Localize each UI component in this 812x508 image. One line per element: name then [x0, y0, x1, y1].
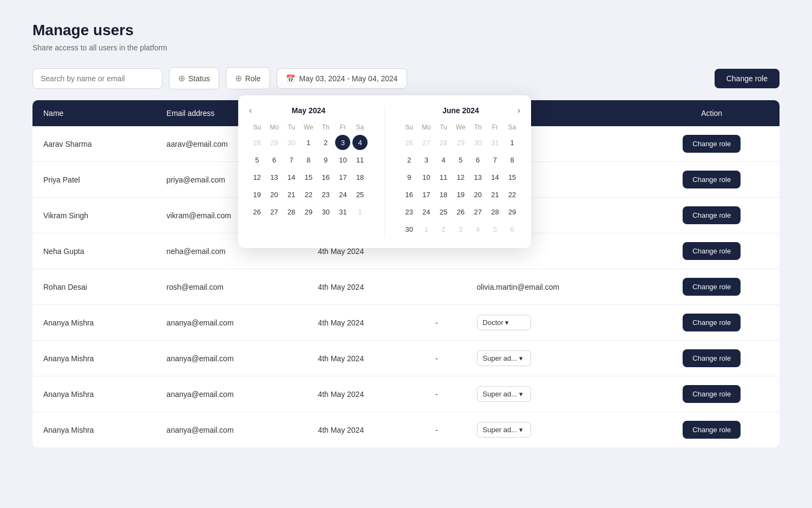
cal-day[interactable]: 6 — [505, 222, 520, 237]
calendar-popup: ‹ May 2024 SuMoTuWeThFrSa282930123456789… — [238, 95, 531, 248]
role-dropdown[interactable]: Super ad... ▾ — [477, 386, 531, 402]
role-dropdown[interactable]: Doctor ▾ — [477, 315, 531, 330]
cal-day[interactable]: 23 — [318, 187, 333, 202]
cal-day[interactable]: 27 — [470, 204, 486, 219]
cal-day[interactable]: 29 — [505, 204, 520, 219]
cal-day[interactable]: 22 — [301, 187, 316, 202]
cal-day[interactable]: 25 — [352, 187, 368, 202]
role-dropdown[interactable]: Super ad... ▾ — [477, 350, 531, 366]
cal-day[interactable]: 11 — [352, 152, 368, 167]
cal-day[interactable]: 17 — [419, 187, 434, 202]
cal-day[interactable]: 28 — [436, 135, 451, 150]
role-dropdown[interactable]: Super ad... ▾ — [477, 422, 531, 438]
cal-day[interactable]: 31 — [335, 204, 350, 219]
cal-day[interactable]: 14 — [284, 170, 299, 185]
cal-day[interactable]: 14 — [487, 170, 502, 185]
cal-day[interactable]: 17 — [335, 170, 350, 185]
cal-day[interactable]: 24 — [335, 187, 350, 202]
change-role-button[interactable]: Change role — [683, 171, 741, 188]
cal-day[interactable]: 26 — [402, 135, 417, 150]
date-range-button[interactable]: 📅 May 03, 2024 - May 04, 2024 — [277, 68, 407, 89]
cal-day[interactable]: 20 — [470, 187, 486, 202]
cal-day[interactable]: 5 — [453, 152, 468, 167]
cal-day[interactable]: 30 — [402, 222, 417, 237]
cal-day[interactable]: 27 — [419, 135, 434, 150]
cal-day[interactable]: 13 — [267, 170, 282, 185]
cal-day[interactable]: 27 — [267, 204, 282, 219]
cal-day[interactable]: 12 — [453, 170, 468, 185]
cal-day[interactable]: 3 — [453, 222, 468, 237]
status-filter-button[interactable]: ⊕ Status — [169, 67, 219, 89]
cal-day[interactable]: 2 — [318, 135, 333, 150]
cal-day[interactable]: 1 — [419, 222, 434, 237]
cal-day[interactable]: 5 — [250, 152, 265, 167]
cal-day[interactable]: 26 — [250, 204, 265, 219]
change-role-button[interactable]: Change role — [683, 135, 741, 153]
cal-day[interactable]: 29 — [453, 135, 468, 150]
cal-day[interactable]: 12 — [250, 170, 265, 185]
cal-day[interactable]: 15 — [301, 170, 316, 185]
cell-email: ananya@email.com — [156, 305, 307, 341]
search-input[interactable] — [32, 68, 162, 89]
change-role-button[interactable]: Change role — [683, 242, 741, 260]
cal-day[interactable]: 25 — [436, 204, 451, 219]
cal-day[interactable]: 16 — [402, 187, 417, 202]
change-role-button[interactable]: Change role — [683, 206, 741, 224]
cal-day[interactable]: 23 — [402, 204, 417, 219]
cal-day[interactable]: 19 — [250, 187, 265, 202]
cal-day[interactable]: 8 — [505, 152, 520, 167]
change-role-button[interactable]: Change role — [683, 314, 741, 331]
cal-day[interactable]: 9 — [318, 152, 333, 167]
role-filter-button[interactable]: ⊕ Role — [226, 67, 270, 89]
cal-day[interactable]: 4 — [436, 152, 451, 167]
cal-day-header: Sa — [352, 121, 368, 133]
cal-day[interactable]: 30 — [284, 135, 299, 150]
cal-day[interactable]: 22 — [505, 187, 520, 202]
change-role-button[interactable]: Change role — [683, 385, 741, 403]
cal-day[interactable]: 28 — [487, 204, 502, 219]
cal-day[interactable]: 28 — [284, 204, 299, 219]
cal-day[interactable]: 1 — [505, 135, 520, 150]
cal-day[interactable]: 10 — [335, 152, 350, 167]
cal-day[interactable]: 30 — [318, 204, 333, 219]
cal-day[interactable]: 7 — [284, 152, 299, 167]
cal-day[interactable]: 28 — [250, 135, 265, 150]
cal-day[interactable]: 4 — [470, 222, 486, 237]
cal-day[interactable]: 9 — [402, 170, 417, 185]
cal-day[interactable]: 2 — [436, 222, 451, 237]
cal-day[interactable]: 3 — [419, 152, 434, 167]
change-role-button[interactable]: Change role — [683, 349, 741, 367]
cal-day[interactable]: 4 — [352, 135, 368, 150]
cal-day[interactable]: 13 — [470, 170, 486, 185]
cal-day[interactable]: 29 — [301, 204, 316, 219]
cal-day[interactable]: 16 — [318, 170, 333, 185]
cal-day[interactable]: 15 — [505, 170, 520, 185]
cal-day[interactable]: 29 — [267, 135, 282, 150]
cal-day[interactable]: 21 — [487, 187, 502, 202]
cal-day[interactable]: 7 — [487, 152, 502, 167]
cal-day[interactable]: 20 — [267, 187, 282, 202]
cal-next-button[interactable]: › — [518, 106, 520, 115]
cal-day[interactable]: 24 — [419, 204, 434, 219]
cal-day[interactable]: 11 — [436, 170, 451, 185]
cal-day[interactable]: 18 — [352, 170, 368, 185]
cal-day[interactable]: 30 — [470, 135, 486, 150]
cal-day[interactable]: 6 — [470, 152, 486, 167]
cal-day[interactable]: 5 — [487, 222, 502, 237]
cal-day[interactable]: 19 — [453, 187, 468, 202]
change-role-header-button[interactable]: Change role — [715, 69, 780, 88]
cal-day[interactable]: 1 — [352, 204, 368, 219]
change-role-button[interactable]: Change role — [683, 421, 741, 439]
cal-day[interactable]: 3 — [335, 135, 350, 150]
change-role-button[interactable]: Change role — [683, 278, 741, 296]
cal-day[interactable]: 2 — [402, 152, 417, 167]
cal-day[interactable]: 26 — [453, 204, 468, 219]
cal-day[interactable]: 1 — [301, 135, 316, 150]
cal-prev-button[interactable]: ‹ — [249, 106, 252, 115]
cal-day[interactable]: 21 — [284, 187, 299, 202]
cal-day[interactable]: 6 — [267, 152, 282, 167]
cal-day[interactable]: 10 — [419, 170, 434, 185]
cal-day[interactable]: 8 — [301, 152, 316, 167]
cal-day[interactable]: 18 — [436, 187, 451, 202]
cal-day[interactable]: 31 — [487, 135, 502, 150]
